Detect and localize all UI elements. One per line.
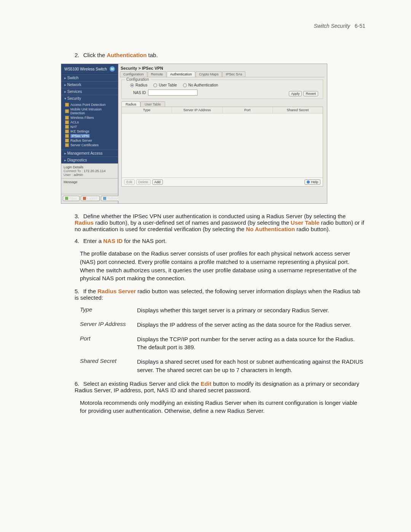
step-4-para: The profile database on the Radius serve… (80, 249, 365, 283)
col-port[interactable]: Port (223, 107, 273, 113)
step-5: 5. If the Radius Server radio button was… (75, 288, 365, 301)
col-type[interactable]: Type (122, 107, 172, 113)
radio-dot-icon (153, 83, 157, 87)
auth-radio-row: Radius User Table No Authentication (130, 83, 318, 87)
step-2: 2. Click the Authentication tab. (75, 52, 365, 58)
tree-icon (65, 139, 69, 142)
tree-icon (65, 143, 69, 147)
step-4: 4. Enter a NAS ID for the NAS port. (75, 238, 365, 244)
subtab-radius[interactable]: Radius (121, 101, 140, 107)
def-term: Server IP Address (80, 321, 137, 329)
radius-table: Type Server IP Address Port Shared Secre… (121, 107, 323, 187)
def-term: Port (80, 335, 137, 352)
apply-button[interactable]: Apply (289, 91, 302, 96)
radio-dot-icon (130, 83, 134, 87)
tree-icon (65, 103, 69, 107)
def-term: Type (80, 306, 137, 315)
table-footer: Edit Delete Add Help (122, 177, 323, 186)
nav-services[interactable]: Services (61, 88, 118, 95)
tree-wf[interactable]: Wireless Filters (65, 115, 116, 120)
ui-screenshot: WS5100 Wireless Switch M Switch Network … (61, 64, 327, 204)
tab-configuration[interactable]: Configuration (120, 71, 147, 77)
step-3: 3. Define whether the IPSec VPN user aut… (75, 213, 365, 232)
tree-acls[interactable]: ACLs (65, 120, 116, 125)
refresh-icon (103, 197, 106, 200)
def-term: Shared Secret (80, 358, 137, 374)
tree-cert[interactable]: Server Certificates (65, 143, 116, 147)
brand-bar: WS5100 Wireless Switch M (61, 64, 118, 74)
logout-icon (83, 197, 86, 200)
def-row: Shared Secret Displays a shared secret u… (80, 358, 365, 374)
brand-logo-icon: M (110, 66, 115, 72)
table-body (122, 113, 323, 177)
sidebar: WS5100 Wireless Switch M Switch Network … (61, 64, 118, 203)
radio-radius[interactable]: Radius (130, 83, 147, 87)
nas-id-label: NAS ID (133, 91, 146, 95)
tab-ipsec-sas[interactable]: IPSec SAs (222, 71, 245, 77)
tree-icon (65, 116, 69, 120)
tree-icon (65, 125, 69, 129)
add-button[interactable]: Add (152, 179, 163, 185)
header-section: Switch Security (314, 23, 350, 29)
tree-ike[interactable]: IKE Settings (65, 129, 116, 134)
save-icon (65, 197, 68, 200)
main-pane: Security > IPSec VPN Configuration Remot… (118, 64, 327, 203)
message-box: Message (61, 178, 118, 194)
sub-tabs: Radius User Table (121, 101, 323, 107)
tree-icon (65, 120, 69, 124)
step-6-para: Motorola recommends only modifying an ex… (80, 399, 365, 415)
tree-apd[interactable]: Access Point Detection (65, 102, 116, 107)
def-row: Type Displays whether this target server… (80, 306, 365, 315)
step-6: 6. Select an existing Radius Server and … (75, 380, 365, 393)
tab-authentication[interactable]: Authentication (167, 71, 195, 77)
def-row: Port Displays the TCP/IP port number for… (80, 335, 365, 352)
def-def: Displays the IP address of the server ac… (137, 321, 365, 329)
tree-icon (65, 129, 69, 133)
def-row: Server IP Address Displays the IP addres… (80, 321, 365, 329)
header-pageref: 6-51 (355, 23, 365, 29)
content-tabs: Configuration Remote Authentication Cryp… (120, 71, 325, 77)
logout-button[interactable]: Logout (81, 196, 100, 201)
nav-diag[interactable]: Diagnostics (61, 157, 118, 163)
tree-ipsec[interactable]: IPSec VPN (65, 134, 116, 138)
radio-no-auth[interactable]: No Authentication (183, 83, 218, 87)
config-legend: Configuration (125, 77, 150, 81)
tree-radius[interactable]: Radius Server (65, 138, 116, 143)
revert-button[interactable]: Revert (303, 91, 318, 96)
def-def: Displays the TCP/IP port number for the … (137, 335, 365, 352)
tree-icon (65, 109, 69, 113)
breadcrumb: Security > IPSec VPN (120, 65, 325, 71)
edit-button[interactable]: Edit (124, 179, 135, 185)
login-details: Login Details Connect To : 172.20.25.114… (61, 163, 118, 178)
help-icon (307, 181, 310, 184)
tree-muid[interactable]: Mobile Unit Intrusion Detection (65, 107, 116, 115)
nav-network[interactable]: Network (61, 81, 118, 88)
tab-crypto-maps[interactable]: Crypto Maps (196, 71, 222, 77)
nav-security[interactable]: Security (61, 95, 118, 102)
col-shared-secret[interactable]: Shared Secret (273, 107, 323, 113)
security-tree: Access Point Detection Mobile Unit Intru… (61, 102, 118, 150)
sidebar-bottom-buttons: Save Logout Refresh (61, 194, 118, 203)
def-def: Displays a shared secret used for each h… (137, 358, 365, 374)
delete-button[interactable]: Delete (136, 179, 151, 185)
tab-remote[interactable]: Remote (148, 71, 167, 77)
page-header: Switch Security 6-51 (61, 23, 365, 29)
table-header: Type Server IP Address Port Shared Secre… (122, 107, 323, 113)
tree-nat[interactable]: NAT (65, 125, 116, 129)
def-def: Displays whether this target server is a… (137, 306, 365, 315)
save-button[interactable]: Save (63, 196, 80, 201)
definitions: Type Displays whether this target server… (80, 306, 365, 374)
nav-mgmt[interactable]: Management Access (61, 150, 118, 157)
tree-icon (65, 134, 69, 138)
radio-dot-icon (183, 83, 187, 87)
help-button[interactable]: Help (304, 179, 320, 185)
config-fieldset: Configuration Radius User Table No Authe… (121, 80, 323, 99)
brand-name: WS5100 Wireless Switch (64, 67, 107, 71)
subtab-user-table[interactable]: User Table (140, 101, 165, 107)
radio-user-table[interactable]: User Table (153, 83, 177, 87)
col-server-ip[interactable]: Server IP Address (172, 107, 222, 113)
nav-switch[interactable]: Switch (61, 74, 118, 81)
nas-id-input[interactable] (148, 89, 198, 96)
